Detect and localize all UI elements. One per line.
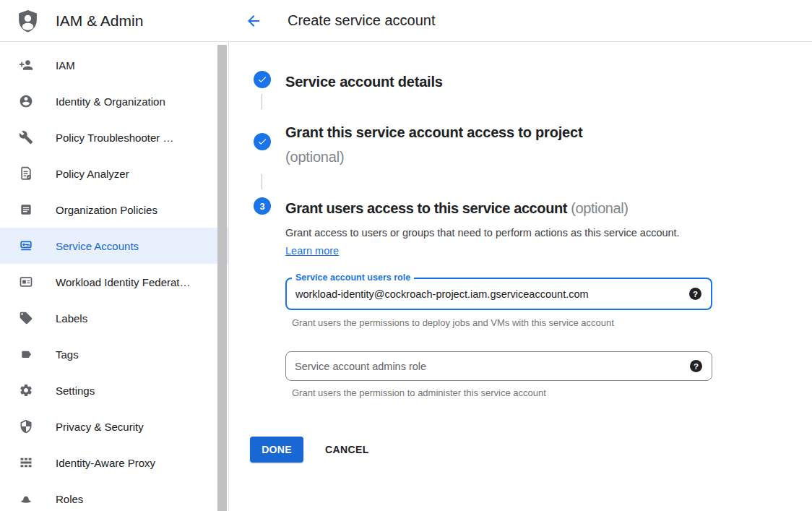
learn-more-link[interactable]: Learn more	[285, 245, 339, 257]
sidebar-scrollbar[interactable]	[217, 45, 227, 511]
sidebar-item-label: Policy Analyzer	[56, 168, 129, 180]
document-analyzer-icon	[19, 166, 33, 181]
sidebar-item-label: Identity & Organization	[56, 95, 165, 108]
back-arrow-icon	[245, 12, 262, 30]
sidebar-item-settings[interactable]: Settings	[0, 372, 228, 408]
sidebar-item-label: Service Accounts	[56, 240, 139, 252]
sidebar-item-label: Privacy & Security	[56, 421, 144, 433]
sidebar-item-service-accounts[interactable]: Service Accounts	[0, 228, 228, 264]
sidebar-item-label: Identity-Aware Proxy	[56, 457, 155, 469]
step-connector	[262, 94, 262, 109]
step1-title-text: Service account details	[285, 74, 443, 90]
hat-icon	[19, 491, 33, 506]
sidebar-item-label: Settings	[56, 385, 95, 397]
step2-title-text: Grant this service account access to pro…	[285, 124, 582, 140]
step-connector	[262, 174, 262, 189]
users-role-help-icon[interactable]: ?	[689, 288, 701, 300]
admins-role-field[interactable]: ?	[285, 351, 712, 381]
identity-card-icon	[19, 275, 33, 289]
person-add-icon	[19, 58, 33, 72]
step3-title-text: Grant users access to this service accou…	[285, 200, 567, 216]
wrench-icon	[19, 130, 33, 145]
account-circle-icon	[19, 94, 33, 108]
page-title: Create service account	[288, 0, 436, 41]
cancel-button[interactable]: CANCEL	[325, 437, 369, 463]
step3-number-badge: 3	[254, 197, 271, 215]
sidebar-item-label: Labels	[56, 312, 87, 325]
top-app-bar: IAM & Admin Create service account	[0, 0, 812, 42]
label-tag-icon	[19, 311, 33, 325]
back-button[interactable]	[245, 0, 264, 41]
iam-shield-logo-icon	[16, 8, 40, 34]
sidebar-item-label: IAM	[56, 59, 75, 72]
users-role-input[interactable]	[287, 279, 670, 309]
proxy-icon	[19, 455, 33, 470]
step3-optional-text: (optional)	[571, 200, 628, 216]
step3-description-text: Grant access to users or groups that nee…	[285, 227, 680, 239]
sidebar-item-label: Policy Troubleshooter …	[56, 132, 173, 144]
sidebar-item-labels[interactable]: Labels	[0, 300, 228, 336]
sidebar-item-policy-troubleshooter[interactable]: Policy Troubleshooter …	[0, 119, 228, 155]
step2-optional-text: (optional)	[285, 145, 650, 169]
admins-role-helper-text: Grant users the permission to administer…	[292, 387, 546, 398]
done-button[interactable]: DONE	[250, 437, 303, 463]
step3-title: Grant users access to this service accou…	[285, 196, 748, 220]
step3-number: 3	[259, 201, 264, 212]
users-role-field-label: Service account users role	[292, 272, 414, 283]
step1-title[interactable]: Service account details	[285, 69, 719, 94]
tag-arrow-icon	[19, 347, 33, 361]
gear-icon	[19, 383, 33, 398]
service-account-key-icon	[19, 239, 33, 253]
shield-icon	[19, 419, 33, 434]
sidebar-item-identity-organization[interactable]: Identity & Organization	[0, 83, 228, 119]
users-role-field[interactable]: Service account users role ?	[285, 278, 712, 310]
sidebar-nav: IAM Identity & Organization Policy Troub…	[0, 42, 228, 511]
check-icon	[257, 137, 267, 147]
step2-complete-badge	[254, 133, 271, 150]
sidebar-item-policy-analyzer[interactable]: Policy Analyzer	[0, 155, 228, 192]
step3-description: Grant access to users or groups that nee…	[285, 224, 690, 260]
sidebar-item-identity-aware-proxy[interactable]: Identity-Aware Proxy	[0, 445, 228, 481]
sidebar-item-tags[interactable]: Tags	[0, 336, 228, 372]
list-card-icon	[19, 202, 33, 217]
sidebar-item-organization-policies[interactable]: Organization Policies	[0, 192, 228, 228]
create-service-account-page: IAM & Admin Create service account IAM I…	[0, 0, 812, 511]
sidebar-item-privacy-security[interactable]: Privacy & Security	[0, 408, 228, 445]
users-role-helper-text: Grant users the permissions to deploy jo…	[292, 317, 614, 328]
sidebar-item-label: Organization Policies	[56, 204, 157, 216]
sidebar-item-roles[interactable]: Roles	[0, 481, 228, 511]
step2-title[interactable]: Grant this service account access to pro…	[285, 120, 650, 169]
iam-admin-home-link[interactable]: IAM & Admin	[16, 0, 143, 41]
product-name: IAM & Admin	[56, 12, 143, 30]
admins-role-input[interactable]	[286, 352, 669, 380]
sidebar-item-label: Tags	[56, 348, 79, 361]
sidebar-item-label: Workload Identity Federat…	[56, 276, 190, 288]
sidebar-item-workload-identity-federation[interactable]: Workload Identity Federat…	[0, 264, 228, 300]
sidebar-item-label: Roles	[56, 493, 83, 505]
iam-admin-sidebar: IAM Identity & Organization Policy Troub…	[0, 42, 229, 511]
admins-role-help-icon[interactable]: ?	[690, 360, 702, 372]
step1-complete-badge	[254, 71, 271, 88]
check-icon	[257, 74, 267, 85]
sidebar-item-iam[interactable]: IAM	[0, 47, 228, 83]
